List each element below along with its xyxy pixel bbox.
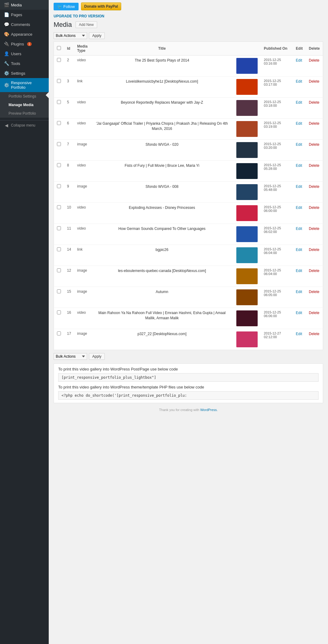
sidebar-item-pages[interactable]: 📄 Pages [0,10,49,20]
row-checkbox-input-12[interactable] [57,268,61,272]
delete-link-5[interactable]: Delete [309,100,319,105]
table-row: 11 video How German Sounds Compared To O… [54,224,323,245]
edit-link-6[interactable]: Edit [296,121,302,126]
edit-link-5[interactable]: Edit [296,100,302,105]
edit-link-12[interactable]: Edit [296,269,302,273]
edit-link-8[interactable]: Edit [296,163,302,168]
row-delete-8: Delete [306,161,323,182]
edit-link-7[interactable]: Edit [296,142,302,147]
delete-link-8[interactable]: Delete [309,163,319,168]
thumbnail-12 [236,268,258,284]
sidebar-item-media[interactable]: 🎬 Media [0,0,49,10]
delete-link-2[interactable]: Delete [309,58,319,63]
row-checkbox-6 [54,119,64,140]
edit-link-17[interactable]: Edit [296,332,302,336]
row-id-11: 11 [64,224,74,245]
delete-link-16[interactable]: Delete [309,311,319,315]
sidebar-item-users[interactable]: 👤 Users [0,49,49,59]
row-checkbox-input-5[interactable] [57,100,61,104]
follow-button[interactable]: 🐦 Follow [54,3,79,10]
delete-link-7[interactable]: Delete [309,142,319,147]
row-type-12: image [74,266,90,287]
table-row: 7 image Sfondo WVGA - 020 2015-12-2503:2… [54,140,323,161]
delete-link-11[interactable]: Delete [309,227,319,231]
top-toolbar: Bulk Actions Apply [54,32,323,39]
row-id-9: 9 [64,182,74,203]
select-all-checkbox[interactable] [57,46,61,50]
delete-link-15[interactable]: Delete [309,290,319,294]
sidebar-item-appearance[interactable]: 🎨 Appearance [0,29,49,39]
delete-link-10[interactable]: Delete [309,206,319,210]
row-checkbox-input-7[interactable] [57,142,61,146]
collapse-menu[interactable]: ◀ Collapse menu [0,120,49,130]
row-date-5: 2015-12-2503:18:00 [261,98,293,119]
delete-link-17[interactable]: Delete [309,332,319,336]
shortcode1-code: [print_responsive_portfolio_plus_lightbo… [58,373,319,382]
donate-button[interactable]: Donate with PayPal [81,2,122,10]
row-checkbox-input-10[interactable] [57,205,61,209]
row-delete-5: Delete [306,98,323,119]
twitter-icon: 🐦 [57,4,62,9]
table-row: 12 image les-eboulements-quebec-canada [… [54,266,323,287]
row-checkbox-16 [54,308,64,329]
edit-link-9[interactable]: Edit [296,184,302,189]
sidebar-subitem-portfolio-settings[interactable]: Portfolio Settings [0,92,49,101]
delete-link-14[interactable]: Delete [309,248,319,252]
sidebar-active-arrow [46,92,49,98]
edit-link-11[interactable]: Edit [296,227,302,231]
row-type-9: image [74,182,90,203]
row-checkbox-input-14[interactable] [57,247,61,251]
row-id-10: 10 [64,203,74,224]
sidebar-item-responsive-portfolio[interactable]: ⚙️ Responsive Portfolio [0,78,49,92]
row-checkbox-input-16[interactable] [57,310,61,314]
edit-link-16[interactable]: Edit [296,311,302,315]
sidebar-subitem-manage-media[interactable]: Manage Media [0,101,49,109]
delete-link-6[interactable]: Delete [309,121,319,126]
row-title-6: 'Jai Gangaajal' Official Trailer | Priya… [90,119,233,140]
row-checkbox-input-11[interactable] [57,226,61,230]
row-checkbox-input-8[interactable] [57,163,61,167]
row-checkbox-input-15[interactable] [57,289,61,293]
edit-link-14[interactable]: Edit [296,248,302,252]
sidebar-item-comments[interactable]: 💬 Comments [0,20,49,29]
bulk-actions-select-bottom[interactable]: Bulk Actions [54,353,87,360]
page-header: Media Add New [54,21,323,29]
apply-button-bottom[interactable]: Apply [89,353,105,360]
sidebar-item-tools[interactable]: 🔧 Tools [0,59,49,68]
add-new-button[interactable]: Add New [76,21,97,28]
sidebar-item-plugins[interactable]: 🔌 Plugins 1 [0,39,49,49]
row-type-16: video [74,308,90,329]
edit-link-10[interactable]: Edit [296,206,302,210]
row-checkbox-input-17[interactable] [57,331,61,335]
upgrade-link[interactable]: UPGRADE TO PRO VERSION [54,13,323,21]
row-checkbox-input-2[interactable] [57,58,61,62]
edit-link-15[interactable]: Edit [296,290,302,294]
row-checkbox-14 [54,245,64,266]
row-checkbox-input-9[interactable] [57,184,61,188]
row-checkbox-3 [54,77,64,98]
delete-link-9[interactable]: Delete [309,184,319,189]
row-checkbox-input-3[interactable] [57,79,61,83]
row-delete-11: Delete [306,224,323,245]
row-date-16: 2015-12-2506:06:00 [261,308,293,329]
delete-link-3[interactable]: Delete [309,79,319,84]
row-date-2: 2015-12-2503:16:00 [261,55,293,77]
edit-link-2[interactable]: Edit [296,58,302,63]
thumbnail-11 [236,226,258,242]
row-thumb-6 [233,119,261,140]
sidebar-subitem-preview-portfolio[interactable]: Preview Portfolio [0,109,49,118]
row-edit-11: Edit [293,224,306,245]
footer-wordpress-link[interactable]: WordPress. [200,408,217,412]
delete-link-12[interactable]: Delete [309,269,319,273]
row-delete-2: Delete [306,55,323,77]
row-checkbox-input-6[interactable] [57,121,61,125]
sidebar-item-settings[interactable]: ⚙️ Settings [0,68,49,78]
row-type-5: video [74,98,90,119]
apply-button-top[interactable]: Apply [89,32,105,39]
header-title: Title [90,42,233,55]
row-edit-9: Edit [293,182,306,203]
edit-link-3[interactable]: Edit [296,79,302,84]
row-type-17: image [74,329,90,350]
bulk-actions-select[interactable]: Bulk Actions [54,32,87,39]
row-edit-17: Edit [293,329,306,350]
